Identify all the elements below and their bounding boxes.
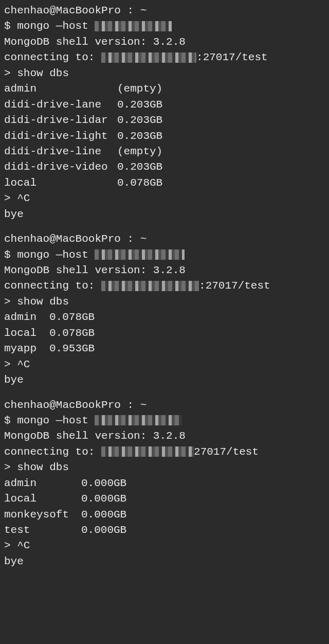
db-name: didi-drive-lidar <box>4 113 117 128</box>
db-name: test <box>4 523 81 538</box>
show-dbs-command: > show dbs <box>4 294 325 310</box>
redacted-ip <box>101 446 194 457</box>
show-dbs-command: > show dbs <box>4 460 325 475</box>
db-row: didi-drive-light0.203GB <box>4 129 325 144</box>
bye-line: bye <box>4 207 325 222</box>
connecting-prefix: connecting to: <box>4 280 101 292</box>
db-name: didi-drive-video <box>4 159 117 175</box>
db-size: (empty) <box>117 144 162 159</box>
shell-prompt: chenhao@MacBookPro : ~ <box>4 231 325 247</box>
redacted-host <box>95 21 172 31</box>
mongo-command: $ mongo —host <box>4 247 325 263</box>
db-size: 0.000GB <box>81 491 126 507</box>
db-row: didi-drive-line(empty) <box>4 144 325 159</box>
session-1: chenhao@MacBookPro : ~$ mongo —host Mong… <box>4 231 325 388</box>
db-size: 0.000GB <box>81 523 126 538</box>
redacted-ip <box>101 281 199 291</box>
db-name: admin <box>4 310 49 325</box>
db-name: didi-drive-line <box>4 144 117 159</box>
db-name: myapp <box>4 341 49 356</box>
shell-prompt: chenhao@MacBookPro : ~ <box>4 398 325 413</box>
db-size: 0.000GB <box>81 476 126 491</box>
db-row: local0.078GB <box>4 326 325 341</box>
connecting-prefix: connecting to: <box>4 51 101 63</box>
ctrl-c: > ^C <box>4 538 325 553</box>
db-name: admin <box>4 476 81 491</box>
db-row: test0.000GB <box>4 523 325 538</box>
shell-version: MongoDB shell version: 3.2.8 <box>4 428 325 444</box>
db-size: 0.203GB <box>117 159 162 175</box>
db-size: 0.953GB <box>49 341 95 356</box>
connecting-line: connecting to: 27017/test <box>4 444 325 460</box>
db-name: monkeysoft <box>4 507 81 523</box>
db-size: (empty) <box>117 81 162 97</box>
session-0: chenhao@MacBookPro : ~$ mongo —host Mong… <box>4 3 325 222</box>
db-size: 0.078GB <box>49 310 95 325</box>
session-2: chenhao@MacBookPro : ~$ mongo —host Mong… <box>4 398 325 570</box>
shell-prompt: chenhao@MacBookPro : ~ <box>4 3 325 19</box>
db-name: local <box>4 491 81 507</box>
cmd-prefix: $ mongo —host <box>4 20 95 32</box>
db-name: didi-drive-lane <box>4 97 117 113</box>
connecting-suffix: 27017/test <box>194 446 259 458</box>
db-size: 0.078GB <box>49 326 95 341</box>
connecting-line: connecting to: :27017/test <box>4 278 325 294</box>
db-row: didi-drive-lidar0.203GB <box>4 113 325 128</box>
redacted-host <box>95 415 182 425</box>
db-row: local0.078GB <box>4 175 325 191</box>
db-size: 0.203GB <box>117 113 162 128</box>
db-row: admin0.078GB <box>4 310 325 325</box>
redacted-ip <box>101 52 196 63</box>
ctrl-c: > ^C <box>4 191 325 206</box>
db-size: 0.078GB <box>117 175 162 191</box>
redacted-host <box>95 249 185 260</box>
shell-version: MongoDB shell version: 3.2.8 <box>4 34 325 50</box>
connecting-suffix: :27017/test <box>199 280 270 292</box>
db-row: monkeysoft0.000GB <box>4 507 325 523</box>
connecting-prefix: connecting to: <box>4 446 101 458</box>
terminal-output[interactable]: chenhao@MacBookPro : ~$ mongo —host Mong… <box>4 3 325 569</box>
db-name: didi-drive-light <box>4 129 117 144</box>
db-row: admin(empty) <box>4 81 325 97</box>
bye-line: bye <box>4 554 325 569</box>
db-size: 0.203GB <box>117 97 162 113</box>
cmd-prefix: $ mongo —host <box>4 249 95 261</box>
show-dbs-command: > show dbs <box>4 66 325 81</box>
ctrl-c: > ^C <box>4 357 325 372</box>
db-name: admin <box>4 81 117 97</box>
connecting-line: connecting to: :27017/test <box>4 50 325 65</box>
db-size: 0.203GB <box>117 129 162 144</box>
db-row: local0.000GB <box>4 491 325 507</box>
db-name: local <box>4 175 117 191</box>
db-row: didi-drive-lane0.203GB <box>4 97 325 113</box>
db-row: myapp0.953GB <box>4 341 325 356</box>
connecting-suffix: :27017/test <box>196 51 268 63</box>
db-row: admin0.000GB <box>4 476 325 491</box>
db-name: local <box>4 326 49 341</box>
cmd-prefix: $ mongo —host <box>4 415 95 426</box>
shell-version: MongoDB shell version: 3.2.8 <box>4 263 325 278</box>
mongo-command: $ mongo —host <box>4 19 325 34</box>
mongo-command: $ mongo —host <box>4 413 325 428</box>
db-size: 0.000GB <box>81 507 126 523</box>
db-row: didi-drive-video0.203GB <box>4 159 325 175</box>
bye-line: bye <box>4 372 325 388</box>
